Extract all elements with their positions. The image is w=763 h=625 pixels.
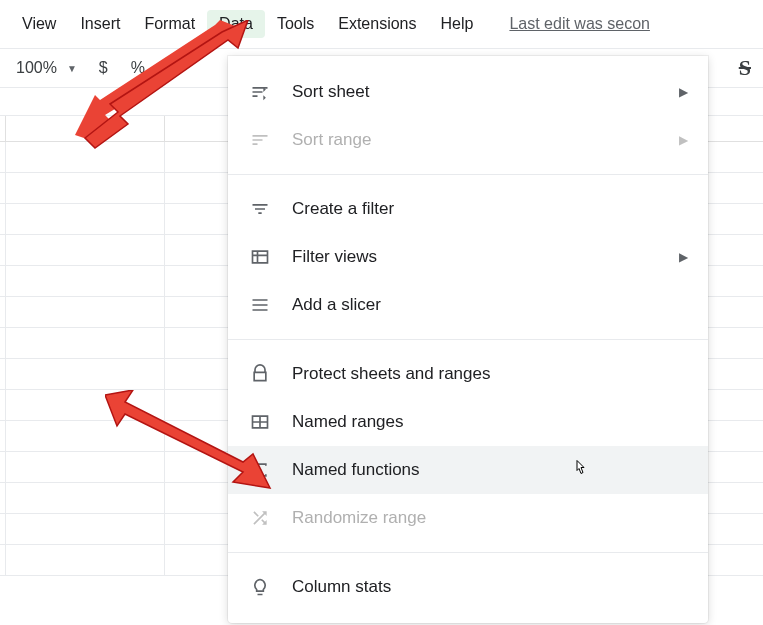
strikethrough-button[interactable]: S (739, 55, 751, 81)
decimal-button[interactable]: .0 (162, 59, 177, 77)
menu-item-protect[interactable]: Protect sheets and ranges (228, 350, 708, 398)
menu-item-label: Column stats (292, 577, 688, 597)
zoom-value: 100% (16, 59, 57, 77)
menu-item-add-slicer[interactable]: Add a slicer (228, 281, 708, 329)
menu-format[interactable]: Format (132, 10, 207, 38)
menu-item-label: Protect sheets and ranges (292, 364, 688, 384)
menu-item-label: Named functions (292, 460, 688, 480)
sort-range-icon (248, 128, 272, 152)
sigma-icon (248, 458, 272, 482)
menu-item-named-functions[interactable]: Named functions (228, 446, 708, 494)
menu-item-column-stats[interactable]: Column stats (228, 563, 708, 611)
named-ranges-icon (248, 410, 272, 434)
menu-item-label: Randomize range (292, 508, 688, 528)
menu-view[interactable]: View (10, 10, 68, 38)
menu-item-label: Create a filter (292, 199, 688, 219)
menu-insert[interactable]: Insert (68, 10, 132, 38)
data-menu-dropdown: Sort sheet ▶ Sort range ▶ Create a filte… (228, 56, 708, 623)
menu-item-label: Filter views (292, 247, 679, 267)
menu-item-label: Sort range (292, 130, 679, 150)
menu-extensions[interactable]: Extensions (326, 10, 428, 38)
menu-item-randomize: Randomize range (228, 494, 708, 542)
percent-button[interactable]: % (131, 59, 146, 77)
chevron-down-icon: ▼ (67, 63, 77, 74)
slicer-icon (248, 293, 272, 317)
menu-item-sort-range: Sort range ▶ (228, 116, 708, 164)
menu-bar: View Insert Format Data Tools Extensions… (0, 0, 763, 49)
menu-item-create-filter[interactable]: Create a filter (228, 185, 708, 233)
menu-separator (228, 339, 708, 340)
menu-item-label: Sort sheet (292, 82, 679, 102)
lightbulb-icon (248, 575, 272, 599)
number-format-group: $ % .0 (99, 59, 177, 77)
menu-tools[interactable]: Tools (265, 10, 326, 38)
menu-separator (228, 552, 708, 553)
column-header-b[interactable]: B (6, 116, 165, 141)
menu-separator (228, 174, 708, 175)
filter-icon (248, 197, 272, 221)
currency-button[interactable]: $ (99, 59, 109, 77)
filter-views-icon (248, 245, 272, 269)
sort-sheet-icon (248, 80, 272, 104)
menu-item-named-ranges[interactable]: Named ranges (228, 398, 708, 446)
shuffle-icon (248, 506, 272, 530)
menu-item-label: Add a slicer (292, 295, 688, 315)
cursor-pointer-icon (572, 460, 588, 481)
menu-data[interactable]: Data (207, 10, 265, 38)
submenu-arrow-icon: ▶ (679, 133, 688, 147)
lock-icon (248, 362, 272, 386)
menu-item-filter-views[interactable]: Filter views ▶ (228, 233, 708, 281)
menu-item-sort-sheet[interactable]: Sort sheet ▶ (228, 68, 708, 116)
last-edit-link[interactable]: Last edit was secon (509, 15, 650, 33)
zoom-selector[interactable]: 100% ▼ (16, 59, 77, 77)
submenu-arrow-icon: ▶ (679, 250, 688, 264)
menu-item-label: Named ranges (292, 412, 688, 432)
menu-help[interactable]: Help (429, 10, 486, 38)
submenu-arrow-icon: ▶ (679, 85, 688, 99)
